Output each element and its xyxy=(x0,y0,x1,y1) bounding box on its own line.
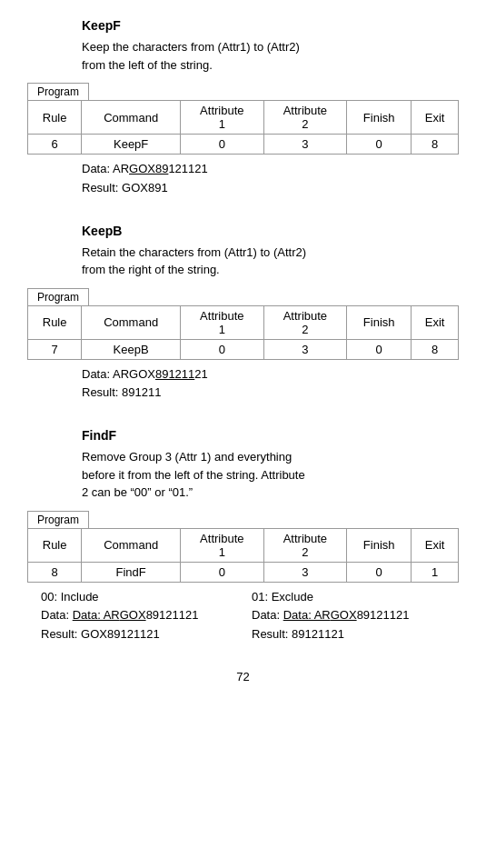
findf-cell-command: FindF xyxy=(82,562,181,582)
keepb-cell-attr2a: 0 xyxy=(347,339,412,359)
findf-exclude-label: 01: Exclude xyxy=(252,588,459,607)
keepf-cell-attr1a: 0 xyxy=(181,135,264,155)
findf-col-rule: Rule xyxy=(28,528,82,562)
findf-exclude-result: Result: 89121121 xyxy=(252,625,459,644)
keepf-col-exit: Exit xyxy=(412,101,459,135)
findf-two-col: 00: Include Data: Data: ARGOX89121121 Re… xyxy=(41,588,459,644)
keepf-data-row: 6 KeepF 0 3 0 8 xyxy=(28,135,459,155)
keepf-table-wrapper: Program Rule Command Attribute1 Attribut… xyxy=(27,83,459,155)
keepb-table-wrapper: Program Rule Command Attribute1 Attribut… xyxy=(27,288,459,360)
keepb-cell-command: KeepB xyxy=(82,339,181,359)
findf-col-command: Command xyxy=(82,528,181,562)
findf-cell-rule: 8 xyxy=(28,562,82,582)
keepb-col-rule: Rule xyxy=(28,305,82,339)
keepb-col-finish: Finish xyxy=(347,305,412,339)
keepb-title: KeepB xyxy=(82,224,459,238)
findf-col-finish: Finish xyxy=(347,528,412,562)
findf-cell-attr2a: 0 xyxy=(347,562,412,582)
keepf-cell-attr2a: 0 xyxy=(347,135,412,155)
keepb-underline: 891211 xyxy=(155,367,194,381)
findf-include-result: Result: GOX89121121 xyxy=(41,625,248,644)
findf-include-data: Data: Data: ARGOX89121121 xyxy=(41,606,248,625)
findf-col-exit: Exit xyxy=(412,528,459,562)
keepb-col-attr1: Attribute1 xyxy=(181,305,264,339)
findf-desc: Remove Group 3 (Attr 1) and everything b… xyxy=(82,448,459,502)
keepb-program-tab: Program xyxy=(27,288,89,305)
findf-col-attr1: Attribute1 xyxy=(181,528,264,562)
keepb-cell-rule: 7 xyxy=(28,339,82,359)
keepf-title: KeepF xyxy=(82,18,459,33)
keepf-program-tab: Program xyxy=(27,83,89,100)
keepb-cell-attr2b: 8 xyxy=(412,339,459,359)
keepf-data-line: Data: ARGOX89121121 xyxy=(82,160,459,179)
keepb-table: Rule Command Attribute1 Attribute2 Finis… xyxy=(27,305,459,360)
keepb-col-exit: Exit xyxy=(412,305,459,339)
findf-include-underline: Data: AR xyxy=(73,608,120,622)
keepf-result: Data: ARGOX89121121 Result: GOX891 xyxy=(82,160,459,198)
findf-exclude-data: Data: Data: ARGOX89121121 xyxy=(252,606,459,625)
keepb-result: Data: ARGOX89121121 Result: 891211 xyxy=(82,365,459,404)
findf-exclude-underline: Data: AR xyxy=(283,608,331,622)
findf-col-left: 00: Include Data: Data: ARGOX89121121 Re… xyxy=(41,588,248,644)
findf-program-tab: Program xyxy=(27,511,89,528)
keepb-section: KeepB Retain the characters from (Attr1)… xyxy=(27,224,459,404)
findf-col-right: 01: Exclude Data: Data: ARGOX89121121 Re… xyxy=(252,588,459,644)
keepf-desc-line2: from the left of the string. xyxy=(82,58,213,72)
keepf-col-rule: Rule xyxy=(28,101,82,135)
findf-col-attr2: Attribute2 xyxy=(263,528,347,562)
findf-cell-attr1b: 3 xyxy=(263,562,347,582)
findf-cell-attr2b: 1 xyxy=(412,562,459,582)
keepf-col-command: Command xyxy=(82,101,181,135)
findf-include-suffix: 89121121 xyxy=(146,608,199,622)
page-number: 72 xyxy=(27,670,459,683)
keepb-desc-line1: Retain the characters from (Attr1) to (A… xyxy=(82,245,306,259)
findf-table-wrapper: Program Rule Command Attribute1 Attribut… xyxy=(27,511,459,583)
keepf-cell-attr1b: 3 xyxy=(263,135,347,155)
keepb-cell-attr1a: 0 xyxy=(181,339,264,359)
findf-desc-line2: before it from the left of the string. A… xyxy=(82,468,305,482)
keepb-data-line: Data: ARGOX89121121 xyxy=(82,365,459,384)
findf-data-row: 8 FindF 0 3 0 1 xyxy=(28,562,459,582)
keepf-table: Rule Command Attribute1 Attribute2 Finis… xyxy=(27,100,459,155)
keepb-desc: Retain the characters from (Attr1) to (A… xyxy=(82,244,459,279)
keepf-cell-attr2b: 8 xyxy=(412,135,459,155)
keepf-cell-rule: 6 xyxy=(28,135,82,155)
findf-include-label: 00: Include xyxy=(41,588,248,607)
keepf-cell-command: KeepF xyxy=(82,135,181,155)
keepf-col-attr2: Attribute2 xyxy=(263,101,347,135)
keepb-data-row: 7 KeepB 0 3 0 8 xyxy=(28,339,459,359)
keepf-desc-line1: Keep the characters from (Attr1) to (Att… xyxy=(82,40,300,54)
keepb-desc-line2: from the right of the string. xyxy=(82,263,220,276)
keepf-col-attr1: Attribute1 xyxy=(181,101,264,135)
keepb-result-line: Result: 891211 xyxy=(82,384,459,403)
findf-cell-attr1a: 0 xyxy=(181,562,264,582)
keepf-col-finish: Finish xyxy=(347,101,412,135)
findf-exclude-underline2: GOX xyxy=(331,608,357,622)
findf-exclude-suffix: 89121121 xyxy=(357,608,410,622)
keepf-underline: GOX89 xyxy=(129,162,168,175)
findf-include-underline2: GOX xyxy=(120,608,146,622)
keepb-col-attr2: Attribute2 xyxy=(263,305,347,339)
keepf-section: KeepF Keep the characters from (Attr1) t… xyxy=(27,18,459,198)
findf-section: FindF Remove Group 3 (Attr 1) and everyt… xyxy=(27,428,459,644)
keepf-desc: Keep the characters from (Attr1) to (Att… xyxy=(82,38,459,74)
keepf-result-line: Result: GOX891 xyxy=(82,179,459,198)
findf-desc-line3: 2 can be “00” or “01.” xyxy=(82,485,193,499)
keepb-cell-attr1b: 3 xyxy=(263,339,347,359)
keepb-col-command: Command xyxy=(82,305,181,339)
findf-title: FindF xyxy=(82,428,459,443)
findf-table: Rule Command Attribute1 Attribute2 Finis… xyxy=(27,528,459,583)
findf-desc-line1: Remove Group 3 (Attr 1) and everything xyxy=(82,450,292,464)
